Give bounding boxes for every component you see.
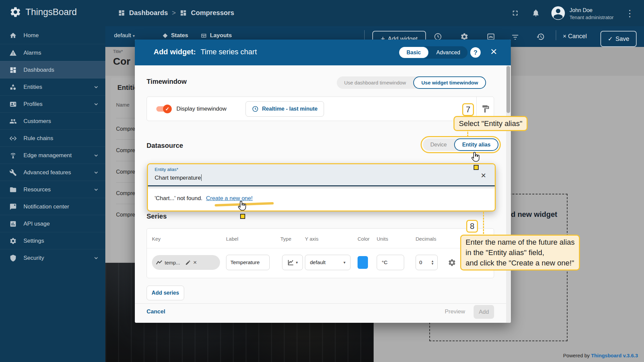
sidebar-item-dashboards[interactable]: Dashboards	[0, 61, 105, 78]
entity-alias-field[interactable]: Entity alias* Chart temperature ×	[148, 164, 495, 186]
series-settings-gear-icon[interactable]	[448, 258, 456, 267]
layouts-button[interactable]: Layouts	[201, 32, 232, 39]
dialog-scrollbar-thumb[interactable]	[506, 66, 510, 113]
use-dashboard-timewindow-option[interactable]: Use dashboard timewindow	[337, 80, 413, 85]
sidebar-item-settings[interactable]: Settings	[0, 232, 105, 249]
series-decimals-stepper[interactable]: 0 ▲▼	[416, 255, 438, 270]
chevron-down-icon: ▾	[343, 260, 345, 265]
step-8-tooltip-line: and click the "Create a new one!"	[466, 258, 575, 268]
sidebar-item-home[interactable]: Home	[0, 27, 105, 44]
gear-icon	[9, 237, 17, 245]
cancel-edit-button[interactable]: × Cancel	[563, 33, 587, 40]
sidebar-item-entities[interactable]: Entities	[0, 78, 105, 96]
avatar[interactable]	[551, 6, 566, 20]
help-icon[interactable]: ?	[470, 47, 481, 58]
save-button[interactable]: ✓Save	[600, 31, 637, 47]
sidebar-item-advanced-features[interactable]: Advanced features	[0, 164, 105, 181]
kebab-menu-icon[interactable]: ⋮	[625, 8, 634, 19]
entity-alias-input[interactable]: Chart temperature	[155, 174, 202, 181]
tab-basic[interactable]: Basic	[398, 46, 429, 59]
series-label-input[interactable]: Temperature	[226, 255, 270, 270]
series-card: Key Label Type Y axis Color Units Decima…	[147, 228, 494, 278]
datasource-type-toggle: Device Entity alias	[423, 138, 498, 151]
series-units-input[interactable]: °C	[377, 255, 404, 270]
series-yaxis-select[interactable]: default▾	[305, 255, 351, 270]
chevron-down-icon	[94, 187, 99, 192]
use-widget-timewindow-option[interactable]: Use widget timewindow	[413, 76, 486, 89]
app-logo[interactable]: ThingsBoard	[9, 6, 77, 18]
remove-key-icon[interactable]: ×	[193, 259, 197, 266]
sidebar-item-edge-management[interactable]: Edge management	[0, 146, 105, 164]
chevron-down-icon	[94, 170, 99, 175]
entity-alias-option[interactable]: Entity alias	[454, 138, 498, 151]
col-type: Type	[280, 236, 291, 242]
col-decimals: Decimals	[416, 236, 436, 242]
preview-button[interactable]: Preview	[445, 308, 465, 315]
edit-pencil-icon[interactable]	[185, 260, 191, 265]
dashboards-grid-icon	[9, 66, 17, 74]
col-units: Units	[377, 236, 388, 242]
tab-advanced[interactable]: Advanced	[429, 50, 468, 56]
series-type-select[interactable]: ▾	[282, 255, 303, 270]
step-7-tooltip: Select "Entity alias"	[453, 116, 528, 131]
series-color-swatch[interactable]	[358, 256, 368, 269]
add-widget-dialog: Add widget:Time series chart Basic Advan…	[135, 40, 511, 323]
breadcrumb-compressors[interactable]: Compressors	[191, 9, 234, 17]
chevron-down-icon	[94, 102, 99, 107]
dashboards-grid-icon	[180, 9, 187, 16]
step7-highlight: Device Entity alias	[421, 136, 501, 153]
dialog-scrollbar-track[interactable]	[506, 65, 511, 323]
close-icon[interactable]: ×	[490, 45, 497, 58]
alias-autocomplete-dropdown: 'Chart...' not found. Create a new one!	[148, 188, 495, 210]
antenna-icon	[9, 152, 17, 159]
stepper-arrows-icon[interactable]: ▲▼	[431, 260, 434, 265]
layouts-icon	[201, 33, 207, 39]
toolbar-divider	[364, 30, 365, 40]
notifications-bell-icon[interactable]	[532, 9, 540, 17]
sidebar-item-api-usage[interactable]: API usage	[0, 215, 105, 232]
fullscreen-button[interactable]	[511, 9, 519, 17]
click-indicator	[474, 165, 479, 170]
sidebar-item-rule-chains[interactable]: Rule chains	[0, 129, 105, 147]
thingsboard-version-link[interactable]: Thingsboard v.3.6.3	[591, 353, 638, 358]
breadcrumb-dashboards[interactable]: Dashboards	[129, 9, 168, 17]
shield-icon	[9, 254, 17, 262]
alias-not-found-text: 'Chart...' not found.	[155, 195, 203, 201]
badge-icon	[9, 101, 17, 108]
dialog-add-button[interactable]: Add	[474, 305, 494, 319]
breadcrumb: Dashboards > Compressors	[118, 9, 234, 17]
sidebar-item-security[interactable]: Security	[0, 249, 105, 266]
realtime-timewindow-button[interactable]: Realtime - last minute	[246, 101, 324, 117]
sidebar-item-notification-center[interactable]: Notification center	[0, 198, 105, 215]
entity-alias-label: Entity alias*	[155, 167, 178, 172]
basic-advanced-toggle: Basic Advanced	[398, 46, 468, 59]
device-option[interactable]: Device	[423, 142, 454, 148]
toggle-thumb-check: ✓	[163, 105, 172, 113]
sidebar-item-resources[interactable]: Resources	[0, 181, 105, 198]
states-button[interactable]: States	[162, 32, 188, 39]
home-icon	[9, 32, 17, 39]
dialog-cancel-button[interactable]: Cancel	[147, 308, 165, 315]
display-timewindow-toggle[interactable]: ✓	[156, 106, 170, 112]
message-icon	[9, 203, 17, 210]
click-indicator	[240, 214, 245, 219]
step-8-tooltip: Enter the name of the future alias in th…	[460, 235, 580, 270]
chevron-down-icon	[94, 153, 99, 158]
app-name: ThingsBoard	[25, 7, 77, 17]
history-icon[interactable]	[536, 33, 545, 41]
paint-roller-icon[interactable]	[481, 105, 490, 113]
sidebar-item-alarms[interactable]: Alarms	[0, 44, 105, 61]
filter-icon[interactable]	[511, 33, 519, 41]
sidebar-item-customers[interactable]: Customers	[0, 112, 105, 130]
thingsboard-logo-icon	[9, 6, 21, 18]
table-header-divider	[147, 248, 494, 248]
col-color: Color	[358, 236, 370, 242]
add-series-button[interactable]: Add series	[147, 286, 184, 300]
sidebar-item-profiles[interactable]: Profiles	[0, 95, 105, 113]
series-key-chip[interactable]: temp... ×	[152, 255, 220, 270]
step-8-tooltip-line: Enter the name of the future alias	[466, 237, 575, 247]
col-yaxis: Y axis	[305, 236, 319, 242]
code-brackets-icon	[9, 135, 17, 142]
layout-select[interactable]: default ▾	[114, 32, 135, 39]
clear-icon[interactable]: ×	[481, 170, 486, 181]
